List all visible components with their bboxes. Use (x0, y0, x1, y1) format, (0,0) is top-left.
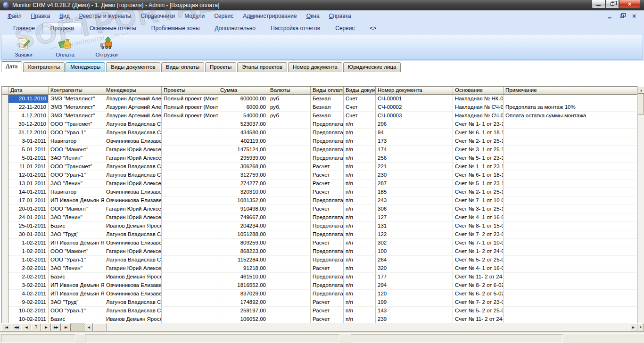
cell-pay_type[interactable]: Предоплата (311, 137, 344, 146)
cell-note[interactable] (504, 180, 637, 188)
cell-basis[interactable]: Счет № 1- 1 от 23-12 (453, 163, 504, 171)
cell-doc_num[interactable]: 239 (376, 315, 453, 323)
menu-item-file[interactable]: Файл (3, 11, 26, 21)
cell-project[interactable]: Полный проект (Монта (162, 103, 218, 112)
cell-doc_num[interactable]: 302 (376, 239, 453, 247)
cell-project[interactable] (162, 290, 218, 298)
cell-counterparty[interactable]: ООО "Трансмет" (49, 163, 104, 171)
cell-doc_type[interactable]: п/п (344, 146, 376, 154)
cell-project[interactable] (162, 188, 218, 196)
cell-doc_num[interactable]: 173 (376, 137, 453, 146)
cell-doc_type[interactable]: п/п (344, 129, 376, 137)
cell-currency[interactable]: руб. (268, 95, 311, 103)
cell-note[interactable] (504, 273, 637, 281)
column-header-date[interactable]: Дата (8, 87, 49, 95)
cell-doc_num[interactable]: 320 (376, 264, 453, 273)
cell-date[interactable]: 3-01-2011 (8, 137, 49, 146)
cell-pay_type[interactable]: Предоплата (311, 196, 344, 205)
cell-counterparty[interactable]: Навигатор (49, 137, 104, 146)
cell-sum[interactable]: 523037,00 (218, 120, 268, 129)
cell-note[interactable] (504, 163, 637, 171)
column-header-pay_type[interactable]: Виды оплаты (311, 87, 344, 95)
cell-note[interactable] (504, 315, 637, 323)
cell-counterparty[interactable]: ООО "Урал-1" (49, 129, 104, 137)
menu-item-help[interactable]: Справка (324, 11, 356, 21)
menu-item-administration[interactable]: Администрирование (238, 11, 301, 21)
cell-doc_type[interactable]: п/п (344, 120, 376, 129)
cell-basis[interactable]: Счет № 11- 2 от 24-0 (453, 273, 504, 281)
cell-pay_type[interactable]: Безнал (311, 95, 344, 103)
cell-note[interactable]: Предоплата за монтаж 10% (504, 103, 637, 112)
cell-doc_num[interactable]: 100 (376, 247, 453, 256)
filter-tab-pay-types[interactable]: Виды оплаты (161, 62, 204, 72)
cell-sum[interactable]: 434580,00 (218, 129, 268, 137)
cell-doc_type[interactable]: п/п (344, 239, 376, 247)
cell-note[interactable] (504, 230, 637, 239)
cell-doc_type[interactable]: п/п (344, 205, 376, 213)
cell-project[interactable] (162, 146, 218, 154)
cell-manager[interactable]: Лазурин Артемий Алек (104, 103, 162, 112)
mdi-restore-button[interactable] (619, 13, 625, 19)
cell-pay_type[interactable]: Расчет (311, 171, 344, 180)
cell-date[interactable]: 22-11-2010 (8, 103, 49, 112)
cell-counterparty[interactable]: ИП Иванов Демьян Яр (49, 196, 104, 205)
cell-basis[interactable]: Накладная № НК-00 (453, 95, 504, 103)
cell-manager[interactable]: Лагунов Владислав Си (104, 256, 162, 264)
cell-manager[interactable]: Лагунов Владислав Си (104, 298, 162, 307)
cell-project[interactable] (162, 256, 218, 264)
cell-sum[interactable]: 910498,00 (218, 205, 268, 213)
cell-basis[interactable]: Счет № 5- 1 от 23-12 (453, 180, 504, 188)
mdi-minimize-button[interactable] (606, 13, 613, 19)
cell-currency[interactable] (268, 230, 311, 239)
cell-note[interactable] (504, 95, 637, 103)
cell-sum[interactable]: 809259,00 (218, 239, 268, 247)
cell-doc_num[interactable]: 131 (376, 222, 453, 230)
cell-basis[interactable]: Счет № 6- 2 от 5-02- (453, 290, 504, 298)
ribbon-tab-service[interactable]: Сервис (328, 23, 362, 34)
cell-basis[interactable]: Счет № 1- 2 от 24-01 (453, 247, 504, 256)
cell-doc_type[interactable]: п/п (344, 163, 376, 171)
cell-date[interactable]: 1-02-2011 (8, 256, 49, 264)
cell-doc_num[interactable]: СЧ-00001 (376, 95, 453, 103)
ribbon-tab-main-reports[interactable]: Основные отчеты (82, 23, 144, 34)
cell-project[interactable] (162, 205, 218, 213)
cell-doc_type[interactable]: п/п (344, 273, 376, 281)
cell-basis[interactable]: Счет № 5- 2 от 25-01 (453, 256, 504, 264)
cell-manager[interactable]: Лазурин Артемий Алек (104, 95, 162, 103)
nav-last-button[interactable]: ▶| (61, 323, 71, 331)
column-header-manager[interactable]: Менеджеры (104, 87, 162, 95)
cell-currency[interactable] (268, 180, 311, 188)
cell-note[interactable] (504, 307, 637, 315)
cell-project[interactable] (162, 196, 218, 205)
cell-manager[interactable]: Лагунов Владислав Си (104, 129, 162, 137)
cell-counterparty[interactable]: ЗАО "Ленин" (49, 180, 104, 188)
cell-pay_type[interactable]: Безнал (311, 103, 344, 112)
cell-counterparty[interactable]: ООО "Урал-1" (49, 171, 104, 180)
cell-date[interactable]: 5-01-2011 (8, 154, 49, 163)
cell-basis[interactable]: Счет № 5- 1 от 23-12 (453, 154, 504, 163)
cell-date[interactable]: 11-01-2011 (8, 163, 49, 171)
filter-tab-doc-number[interactable]: Номер документа (288, 62, 342, 72)
cell-pay_type[interactable]: Предоплата (311, 222, 344, 230)
cell-counterparty[interactable]: Навигатор (49, 188, 104, 196)
column-header-project[interactable]: Проекты (162, 87, 218, 95)
cell-project[interactable] (162, 239, 218, 247)
cell-project[interactable] (162, 230, 218, 239)
cell-basis[interactable]: Счет № 6- 1 от 18-12 (453, 171, 504, 180)
column-header-note[interactable]: Примечание (504, 87, 637, 95)
cell-doc_num[interactable]: 230 (376, 171, 453, 180)
cell-doc_type[interactable]: Счет (344, 112, 376, 120)
menu-item-modules[interactable]: Модули (180, 11, 209, 21)
cell-basis[interactable]: Счет № 5- 2 от 25-01 (453, 307, 504, 315)
cell-doc_type[interactable]: п/п (344, 290, 376, 298)
cell-basis[interactable]: Счет № 2- 1 от 25-12 (453, 137, 504, 146)
cell-note[interactable] (504, 196, 637, 205)
cell-counterparty[interactable]: ЭМЗ "Металлист" (49, 112, 104, 120)
cell-currency[interactable] (268, 264, 311, 273)
cell-currency[interactable] (268, 247, 311, 256)
cell-date[interactable]: 9-02-2011 (8, 298, 49, 307)
cell-sum[interactable]: 6000,00 (218, 103, 268, 112)
menu-item-view[interactable]: Вид (55, 11, 74, 21)
cell-pay_type[interactable]: Предоплата (311, 273, 344, 281)
cell-note[interactable] (504, 129, 637, 137)
